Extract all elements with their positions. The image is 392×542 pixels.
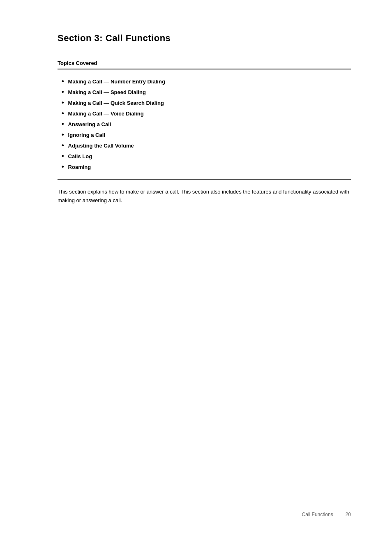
list-item: Making a Call — Speed Dialing [62,88,351,96]
list-item: Roaming [62,163,351,171]
footer-page: 20 [346,512,351,517]
divider-bottom [58,179,351,180]
section-title: Section 3: Call Functions [58,33,351,44]
list-item: Answering a Call [62,120,351,128]
list-item: Making a Call — Voice Dialing [62,110,351,117]
list-item: Ignoring a Call [62,131,351,138]
list-item: Calls Log [62,152,351,160]
list-item: Making a Call — Quick Search Dialing [62,99,351,106]
footer-label: Call Functions [302,512,333,517]
page: Section 3: Call Functions Topics Covered… [0,0,392,542]
topics-list: Making a Call — Number Entry DialingMaki… [62,78,351,171]
list-item: Making a Call — Number Entry Dialing [62,78,351,85]
divider-top [58,69,351,69]
topics-label: Topics Covered [58,60,351,66]
list-item: Adjusting the Call Volume [62,142,351,149]
description-text: This section explains how to make or ans… [58,188,351,205]
footer: Call Functions 20 [302,512,351,517]
